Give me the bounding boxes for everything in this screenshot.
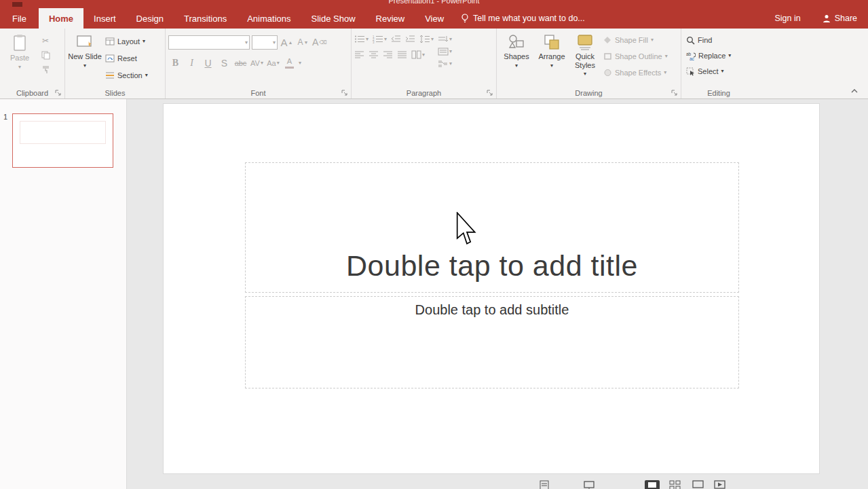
tab-animations[interactable]: Animations xyxy=(237,8,301,29)
text-direction-button[interactable]: ▾ xyxy=(438,35,452,43)
collapse-ribbon-button[interactable] xyxy=(850,88,860,95)
underline-button[interactable]: U xyxy=(201,56,215,71)
arrange-button[interactable]: Arrange ▾ xyxy=(535,32,569,79)
quick-styles-label: Quick Styles xyxy=(570,52,600,69)
ribbon-group-paragraph: ▾ 123 ▾ ▾ xyxy=(352,29,497,98)
ribbon-group-clipboard: Paste ▾ ✂ Clipboard xyxy=(0,29,65,98)
layout-button[interactable]: Layout ▾ xyxy=(103,35,150,48)
share-button[interactable]: Share xyxy=(812,8,868,29)
italic-button[interactable]: I xyxy=(185,56,199,71)
strikethrough-button[interactable]: abc xyxy=(233,56,248,71)
numbering-button[interactable]: 123 ▾ xyxy=(373,35,387,43)
replace-button[interactable]: abac Replace ▾ xyxy=(684,49,753,62)
tab-design[interactable]: Design xyxy=(126,8,174,29)
tab-insert[interactable]: Insert xyxy=(83,8,126,29)
tab-review[interactable]: Review xyxy=(366,8,415,29)
tab-slide-show[interactable]: Slide Show xyxy=(301,8,365,29)
reset-label: Reset xyxy=(117,54,137,62)
align-left-button[interactable] xyxy=(354,50,364,59)
notes-button[interactable] xyxy=(540,480,549,489)
increase-font-size-button[interactable]: A▲ xyxy=(280,35,294,50)
new-slide-button[interactable]: New Slide ▾ xyxy=(68,32,102,82)
shape-effects-button[interactable]: Shape Effects ▾ xyxy=(601,66,670,79)
chevron-down-icon: ▾ xyxy=(515,63,518,69)
columns-button[interactable]: ▾ xyxy=(411,50,425,59)
chevron-down-icon: ▾ xyxy=(145,73,148,78)
shapes-label: Shapes xyxy=(504,52,529,61)
font-color-button[interactable]: A xyxy=(282,56,297,71)
slide-1-thumbnail[interactable] xyxy=(12,113,113,168)
increase-indent-button[interactable] xyxy=(405,35,415,43)
section-label: Section xyxy=(117,71,143,79)
cut-button[interactable]: ✂ xyxy=(39,35,52,47)
clipboard-group-label: Clipboard xyxy=(0,89,64,97)
clear-formatting-button[interactable]: A⌫ xyxy=(312,35,327,50)
shape-fill-button[interactable]: Shape Fill ▾ xyxy=(601,33,670,47)
display-settings-button[interactable] xyxy=(584,480,595,489)
change-case-button[interactable]: Aa▾ xyxy=(266,56,280,71)
section-button[interactable]: Section ▾ xyxy=(103,69,150,82)
slide-show-button[interactable] xyxy=(714,480,725,489)
align-right-button[interactable] xyxy=(383,50,393,59)
ribbon-group-drawing: Shapes ▾ Arrange ▾ Quick Styles ▾ Shape … xyxy=(497,29,681,98)
character-spacing-button[interactable]: AV▾ xyxy=(250,56,264,71)
reset-button[interactable]: Reset xyxy=(103,52,150,65)
copy-button[interactable] xyxy=(39,49,52,61)
replace-label: Replace xyxy=(698,52,725,60)
editing-group-label: Editing xyxy=(681,89,756,97)
font-name-combo[interactable]: ▾ xyxy=(168,35,250,50)
chevron-down-icon: ▾ xyxy=(299,60,301,66)
subtitle-placeholder[interactable]: Double tap to add subtitle xyxy=(245,296,739,388)
ribbon-tab-bar: File Home Insert Design Transitions Anim… xyxy=(0,8,868,29)
paragraph-group-label: Paragraph xyxy=(352,89,496,97)
tab-file[interactable]: File xyxy=(0,8,39,29)
shape-outline-button[interactable]: Shape Outline ▾ xyxy=(601,50,670,63)
align-text-button[interactable]: ▾ xyxy=(438,48,452,56)
tabrow-spacer xyxy=(592,8,764,29)
chevron-down-icon: ▾ xyxy=(721,69,724,74)
tab-home[interactable]: Home xyxy=(39,8,83,29)
align-center-button[interactable] xyxy=(369,50,379,59)
slide-canvas[interactable]: Double tap to add title Double tap to ad… xyxy=(163,103,820,474)
line-spacing-button[interactable]: ▾ xyxy=(419,35,434,43)
slide-sorter-view-button[interactable] xyxy=(669,480,681,489)
svg-text:ab: ab xyxy=(686,52,692,56)
shape-effects-label: Shape Effects xyxy=(615,69,661,77)
format-painter-button[interactable] xyxy=(39,63,52,75)
slide-number: 1 xyxy=(3,113,7,121)
select-button[interactable]: Select ▾ xyxy=(684,65,753,78)
quick-styles-button[interactable]: Quick Styles ▾ xyxy=(570,32,600,79)
shapes-button[interactable]: Shapes ▾ xyxy=(499,32,533,79)
title-placeholder[interactable]: Double tap to add title xyxy=(245,162,739,293)
chevron-down-icon: ▾ xyxy=(665,54,668,59)
justify-button[interactable] xyxy=(397,50,407,59)
slide-thumbnail-panel[interactable]: 1 xyxy=(0,99,127,489)
tab-transitions[interactable]: Transitions xyxy=(174,8,237,29)
subtitle-placeholder-text: Double tap to add subtitle xyxy=(415,302,569,318)
reading-view-button[interactable] xyxy=(692,480,704,489)
bullets-button[interactable]: ▾ xyxy=(354,35,369,43)
chevron-down-icon: ▾ xyxy=(651,37,654,43)
normal-view-button[interactable] xyxy=(645,480,660,489)
find-label: Find xyxy=(698,36,712,44)
person-icon xyxy=(823,14,831,23)
layout-label: Layout xyxy=(117,37,140,46)
drawing-group-label: Drawing xyxy=(497,89,681,97)
paste-button[interactable]: Paste ▾ xyxy=(3,32,37,75)
sign-in-button[interactable]: Sign in xyxy=(763,8,811,29)
new-slide-label: New Slide xyxy=(68,52,102,61)
tab-view[interactable]: View xyxy=(415,8,454,29)
chevron-down-icon: ▾ xyxy=(728,53,731,58)
font-size-combo[interactable]: ▾ xyxy=(252,35,278,50)
text-shadow-button[interactable]: S xyxy=(217,56,231,71)
slide-canvas-area: Double tap to add title Double tap to ad… xyxy=(127,99,868,489)
title-placeholder-text: Double tap to add title xyxy=(346,249,638,283)
ribbon: Paste ▾ ✂ Clipboard New Slide ▾ xyxy=(0,29,868,99)
find-button[interactable]: Find xyxy=(684,33,753,47)
convert-to-smartart-button[interactable]: ▾ xyxy=(438,60,452,68)
bold-button[interactable]: B xyxy=(168,56,183,71)
chevron-down-icon: ▾ xyxy=(18,65,21,70)
tell-me-box[interactable]: Tell me what you want to do... xyxy=(454,8,592,29)
decrease-font-size-button[interactable]: A▼ xyxy=(296,35,310,50)
decrease-indent-button[interactable] xyxy=(391,35,401,43)
